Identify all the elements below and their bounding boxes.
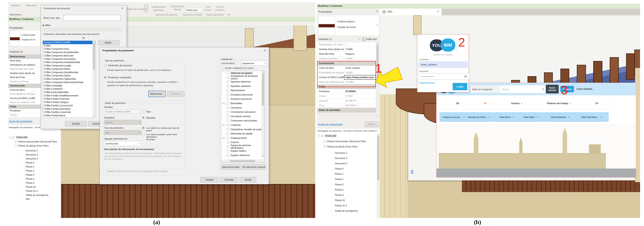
- param-list-item[interactable]: COBie.Facility.Description: [43, 107, 95, 111]
- property-row[interactable]: Desfase base desde nivel: [8, 71, 41, 76]
- property-row[interactable]: Relacionado con masa: [317, 42, 376, 47]
- tree-leaf-view[interactable]: Planta 2: [21, 169, 60, 173]
- checkbox-icon[interactable]: [227, 141, 229, 144]
- param-list-item[interactable]: COBie.Component.Area: [43, 47, 95, 51]
- nav-item[interactable]: Órdenes de trabajo∨: [547, 102, 571, 105]
- scroll-down-icon[interactable]: ▼: [262, 156, 264, 157]
- tree-leaf-view[interactable]: Planta S: [21, 181, 60, 185]
- checkbox-icon[interactable]: [227, 137, 229, 139]
- param-list-item[interactable]: COBie.Facility.CurrencyUnit: [43, 104, 95, 107]
- tree-leaf-view[interactable]: Planta S1-1: [21, 189, 60, 193]
- ribbon-materiales-button[interactable]: Materiales: [26, 4, 37, 7]
- property-row[interactable]: Nivel del límite: [8, 76, 41, 80]
- agrupar-dropdown[interactable]: Construcción∨: [104, 141, 142, 146]
- category-item[interactable]: +Aparatos sanitarios: [221, 84, 264, 88]
- property-row[interactable]: Datos de identidad⌃: [317, 108, 376, 113]
- checkbox-icon[interactable]: [227, 107, 229, 109]
- property-row[interactable]: Relacionado con masa: [8, 67, 41, 71]
- close-icon[interactable]: ✕: [437, 10, 439, 13]
- tree-leaf-view[interactable]: Planta C: [21, 177, 60, 181]
- browser-scrollbar-b[interactable]: ▲: [377, 134, 380, 218]
- category-item[interactable]: +Elementos de detalle: [221, 131, 264, 136]
- param-list-item[interactable]: COBie.Component.Description: [43, 57, 95, 61]
- filter-expander[interactable]: ▶ Filtro: [43, 24, 50, 27]
- category-item[interactable]: +Armazón estructural: [221, 97, 264, 101]
- property-row[interactable]: Desfase del límite0.0000: [317, 56, 376, 61]
- checkbox-icon[interactable]: [227, 98, 229, 100]
- configuracion-adicional-button[interactable]: Configuración adicional ▾: [149, 5, 168, 12]
- tree-leaf-view[interactable]: Descanso 2: [21, 153, 60, 157]
- nav-item[interactable]: Activos∨: [511, 102, 522, 105]
- radio-tipo[interactable]: Tipo: [142, 110, 151, 113]
- tree-leaf-view[interactable]: Planta C: [330, 187, 377, 193]
- expand-icon[interactable]: +: [324, 140, 326, 143]
- add-parameter-button[interactable]: Añadir...: [98, 40, 120, 45]
- property-row[interactable]: Acceso al GMAO youBIM: [8, 96, 41, 101]
- category-item[interactable]: +Entorno: [221, 140, 264, 145]
- checkbox-icon[interactable]: [227, 115, 229, 117]
- type-selector[interactable]: Cubierta básic Forjado de tec: [9, 30, 40, 46]
- tree-leaf-view[interactable]: Descanso 1: [330, 150, 377, 156]
- radio-vary-group[interactable]: Los valores pueden variar entre ejemplar…: [142, 133, 182, 141]
- tree-branch-structural[interactable]: +Planos estructurales (Structural Plan): [15, 140, 57, 143]
- checkbox-icon[interactable]: [227, 94, 229, 96]
- property-row[interactable]: Desfase base desde nivel3.5000: [317, 47, 376, 52]
- tree-leaf-view[interactable]: Descanso 3: [330, 161, 377, 166]
- param-list-item[interactable]: COBie.Component.Length: [43, 64, 95, 67]
- seleccionar-dropdown[interactable]: Seleccionar ▾: [9, 13, 22, 16]
- settings-icon[interactable]: [144, 5, 148, 9]
- param-list-item[interactable]: COBie.Component.InstallationDate: [43, 61, 95, 64]
- seleccionar-button[interactable]: Seleccionar...: [148, 91, 165, 97]
- collapse-icon[interactable]: −: [9, 136, 11, 138]
- checkbox-icon[interactable]: [227, 85, 229, 87]
- param-list-item[interactable]: COBie.Component.BarCode: [43, 54, 95, 57]
- property-row[interactable]: Delimitación de habitación: [8, 63, 41, 67]
- radio-ejemplar[interactable]: Ejemplar: [142, 116, 156, 119]
- view-tab-3d[interactable]: (3D) ✕: [380, 9, 442, 15]
- scroll-up-icon[interactable]: ▲: [93, 41, 95, 43]
- selection-row-b[interactable]: Cubiertas (1) ∨ Editar tipo: [317, 37, 380, 42]
- ribbon-modificar-button[interactable]: Modificar: [11, 4, 20, 7]
- property-row[interactable]: Profundidad de imposta: [8, 92, 41, 96]
- checkbox-icon[interactable]: [227, 111, 229, 113]
- login-button[interactable]: Login: [453, 83, 467, 90]
- filter-chip[interactable]: Total Sistemas∨: [551, 116, 570, 118]
- tree-branch-floorplan-b[interactable]: −Planos de planta (Floor Plan): [324, 145, 358, 148]
- nav-item[interactable]: GI∨: [596, 102, 598, 105]
- expand-icon[interactable]: +: [15, 141, 17, 143]
- explorar-resultados-button[interactable]: Explorar resultados: [214, 5, 226, 11]
- settings-icon-2[interactable]: [144, 9, 148, 12]
- tree-leaf-view[interactable]: Planta 2: [330, 177, 377, 182]
- category-item[interactable]: +Conexiones estructurales: [221, 119, 264, 123]
- apply-button[interactable]: Aplicar: [365, 121, 378, 127]
- category-item[interactable]: +Cimentación estructural: [221, 110, 264, 114]
- grip-arrow-icon[interactable]: ⇕: [410, 169, 414, 175]
- param-list-item[interactable]: COBie.ExternalIdentifier: [43, 91, 95, 94]
- filter-chip[interactable]: Campus Las Lla...∨: [442, 116, 464, 118]
- radio-align-group[interactable]: Los valores se alinean por tipo de grupo: [142, 127, 182, 132]
- param-list-item[interactable]: COBie.Facility.AreaMeasurement: [43, 94, 95, 98]
- tree-leaf-view[interactable]: Planta S1: [330, 198, 377, 203]
- tree-leaf-view[interactable]: Site: [21, 197, 60, 201]
- nombre-input[interactable]: Acceso al GMAO youBIM: [104, 110, 140, 114]
- checkbox-icon[interactable]: [227, 72, 229, 74]
- scroll-down-icon[interactable]: ▼: [376, 115, 379, 116]
- ocultar-checkbox-row[interactable]: Ocultar categorías sin marcar: [221, 67, 254, 69]
- scroll-down-icon[interactable]: ▼: [93, 115, 95, 117]
- collapse-icon[interactable]: −: [324, 146, 326, 148]
- dialog2-accept-button[interactable]: Aceptar: [200, 177, 219, 183]
- close-icon[interactable]: ✕: [376, 10, 378, 13]
- search-input[interactable]: Buscar ...: [500, 85, 546, 93]
- chevron-down-icon[interactable]: ▼: [376, 24, 378, 26]
- param-list-item[interactable]: COBie: [43, 44, 95, 48]
- param-list-item[interactable]: COBie.Component.Name: [43, 67, 95, 71]
- checkbox-icon[interactable]: [227, 145, 229, 148]
- filter-chip[interactable]: Total Sub Siste...∨: [581, 116, 602, 118]
- checkbox-icon[interactable]: [227, 154, 229, 157]
- param-list-item[interactable]: COBie.Component.WarrantyStartDate: [43, 81, 95, 84]
- tree-leaf-view[interactable]: Planta 1: [21, 165, 60, 169]
- category-item[interactable]: +Armadura estructural: [221, 93, 264, 97]
- param-listbox[interactable]: Acceso al GMAO youBIMCOBieCOBie.Componen…: [43, 41, 96, 118]
- checkbox-icon[interactable]: [227, 124, 229, 126]
- category-item[interactable]: +Acopladores de armadura estruct: [221, 75, 264, 80]
